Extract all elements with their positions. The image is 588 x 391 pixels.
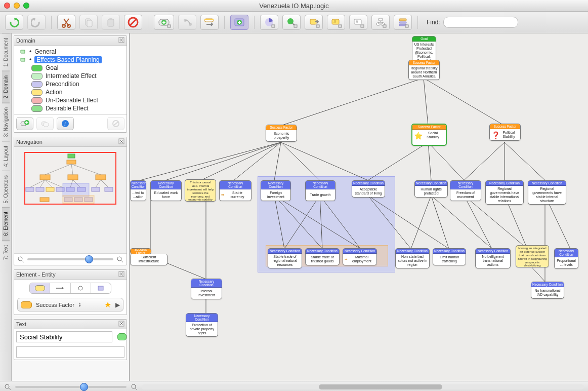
- tree-row-precondition[interactable]: Precondition: [16, 80, 124, 88]
- node-sf-political[interactable]: Success Factor ❓ Political Stability: [489, 124, 521, 141]
- node-nc-internal-structure[interactable]: Necessary ConditionRegional governments …: [528, 180, 566, 205]
- node-nc-internal-investment[interactable]: Necessary ConditionInternal investment: [191, 279, 222, 299]
- yellow-tag-button[interactable]: [305, 15, 323, 30]
- tab-document[interactable]: 1: Document: [2, 33, 10, 71]
- zoom-in-icon[interactable]: [131, 383, 138, 390]
- tree-row-desirable-effect[interactable]: Desirable Effect: [16, 104, 124, 112]
- node-nc-maximal-employment[interactable]: Necessary Condition ➡Maximal employment: [343, 248, 377, 265]
- close-icon[interactable]: [118, 271, 124, 277]
- node-nc-stable-currency[interactable]: Necessary Condition ➡Stable currency: [219, 180, 251, 201]
- close-icon[interactable]: [118, 321, 124, 327]
- canvas-zoom-slider[interactable]: [15, 386, 127, 388]
- undo-button[interactable]: [5, 15, 23, 30]
- tab-operators[interactable]: 5: Operators: [2, 171, 10, 208]
- cut-button[interactable]: [57, 15, 75, 30]
- seg-circle-icon[interactable]: [71, 283, 91, 293]
- tree-row-general[interactable]: •General: [16, 48, 124, 56]
- node-sf-economic[interactable]: Success Factor Economic prosperity: [266, 125, 297, 142]
- tab-navigation[interactable]: 3: Navigation: [2, 103, 10, 141]
- tree-row-effects-based-planning[interactable]: •Effects-Based Planning: [16, 56, 124, 64]
- node-note-iad[interactable]: Having an integrated air defense system …: [516, 245, 549, 267]
- node-nc-proportional[interactable]: Necessary ConditionProportional ... leve…: [554, 248, 578, 269]
- redo-button[interactable]: [27, 15, 46, 30]
- svg-point-126: [5, 384, 9, 388]
- link-button[interactable]: [178, 15, 196, 30]
- nav-viewport-frame[interactable]: [24, 152, 116, 205]
- entity-menu-button[interactable]: [200, 15, 219, 30]
- new-entity-button[interactable]: [16, 117, 33, 130]
- node-nc-no-belligerent[interactable]: Necessary ConditionNo belligerent transn…: [475, 248, 511, 268]
- element-mode-segmented[interactable]: [29, 283, 111, 294]
- svg-text:#: #: [333, 19, 336, 24]
- info-button[interactable]: i: [57, 117, 74, 130]
- node-sf-infra[interactable]: Sufficient infrastructure: [130, 254, 167, 265]
- node-nc-trafficking[interactable]: Necessary ConditionLimit human trafficki…: [433, 248, 466, 265]
- hash-tag-button[interactable]: #: [349, 15, 367, 30]
- green-flag-button[interactable]: [282, 15, 301, 30]
- clone-button[interactable]: [36, 117, 54, 130]
- text-input[interactable]: [16, 331, 112, 342]
- add-group-button[interactable]: [230, 15, 248, 30]
- svg-line-89: [424, 78, 428, 126]
- pie-chart-button[interactable]: [260, 15, 278, 30]
- tab-element[interactable]: 6: Element: [2, 207, 10, 241]
- node-nc-freedom-movement[interactable]: Necessary ConditionFreedom of movement: [450, 180, 481, 201]
- text-input-secondary[interactable]: [16, 346, 124, 358]
- close-icon[interactable]: [118, 138, 124, 144]
- add-entity-button[interactable]: [154, 15, 174, 30]
- svg-line-109: [320, 196, 360, 249]
- node-nc-property-rights[interactable]: Necessary ConditionProtection of private…: [186, 313, 218, 337]
- node-nc-standard-of-living[interactable]: Necessary ConditionAcceptable standard o…: [352, 180, 385, 198]
- node-nc-human-rights[interactable]: Necessary ConditionHuman rights protecte…: [414, 180, 448, 198]
- nav-zoom-slider[interactable]: [27, 258, 113, 260]
- star-tag-button[interactable]: #: [327, 15, 345, 30]
- node-nc-nonstate-actors[interactable]: Necessary ConditionNon-state bad actors …: [395, 248, 430, 268]
- copy-button[interactable]: [79, 15, 98, 30]
- node-nc-educated-workforce[interactable]: Necessary ConditionEducated work force: [150, 180, 182, 201]
- svg-line-111: [368, 196, 449, 249]
- zoom-out-icon[interactable]: [4, 383, 11, 390]
- svg-line-88: [281, 78, 424, 126]
- node-nc-foreign-investment[interactable]: Necessary ConditionForeign investment: [261, 180, 291, 201]
- seg-box-icon[interactable]: [91, 283, 111, 293]
- node-nc-cut-left[interactable]: Necessary Condition...ted to ...ation: [130, 180, 146, 201]
- svg-point-84: [78, 286, 82, 290]
- tree-row-goal[interactable]: Goal: [16, 64, 124, 72]
- seg-fill-icon[interactable]: [30, 283, 50, 293]
- type-stepper[interactable]: ▲▼: [78, 302, 83, 307]
- node-note-causal-loop[interactable]: This is a causal loop. Internal investme…: [185, 179, 216, 202]
- tree-row-action[interactable]: Action: [16, 88, 124, 96]
- node-nc-natural-resources[interactable]: Necessary ConditionStable trade of regio…: [268, 248, 302, 268]
- layout-vertical-button[interactable]: [371, 15, 390, 30]
- zoom-in-icon[interactable]: [116, 256, 123, 263]
- nav-minimap[interactable]: [14, 147, 127, 253]
- node-nc-trade-growth[interactable]: Necessary ConditionTrade growth: [305, 180, 335, 201]
- star-icon[interactable]: ★: [104, 300, 111, 309]
- domain-tree[interactable]: •General •Effects-Based Planning Goal In…: [14, 46, 127, 114]
- zoom-out-icon[interactable]: [17, 256, 24, 263]
- seg-arrow-icon[interactable]: [50, 283, 70, 293]
- find-input[interactable]: [443, 17, 518, 28]
- tree-row-undesirable-effect[interactable]: Un-Desirable Effect: [16, 96, 124, 104]
- close-icon[interactable]: [118, 37, 124, 43]
- paste-button[interactable]: [102, 15, 120, 30]
- node-nc-no-iad[interactable]: Necessary ConditionNo transnational IAD …: [531, 282, 564, 299]
- node-nc-finished-goods[interactable]: Necessary ConditionStable trade of finis…: [305, 248, 340, 265]
- node-nc-intl-relations[interactable]: Necessary ConditionRegional governments …: [485, 180, 524, 205]
- delete-button[interactable]: [124, 15, 142, 30]
- tab-domain[interactable]: 2: Domain: [2, 71, 10, 103]
- prohibit-button[interactable]: [107, 117, 124, 130]
- diagram-canvas[interactable]: Goal US Interests Protected (Economic, P…: [130, 33, 588, 381]
- svg-line-45: [113, 122, 118, 126]
- expand-right-icon[interactable]: ▶: [115, 301, 120, 308]
- layout-tree-button[interactable]: [394, 15, 412, 30]
- tree-row-intermediate-effect[interactable]: Intermediate Effect: [16, 72, 124, 80]
- horizontal-scrollbar[interactable]: [142, 384, 584, 389]
- tab-text[interactable]: 7: Text: [2, 241, 10, 264]
- node-sf-social[interactable]: Success Factor ⭐ Social Stability: [411, 124, 447, 146]
- text-color-swatch[interactable]: [117, 333, 127, 340]
- node-sf-top[interactable]: Success Factor Regional stability around…: [408, 60, 440, 80]
- tab-layout[interactable]: 4: Layout: [2, 141, 10, 171]
- svg-rect-41: [44, 123, 49, 127]
- element-type-selector[interactable]: Success Factor ▲▼ ★ ▶: [17, 298, 123, 311]
